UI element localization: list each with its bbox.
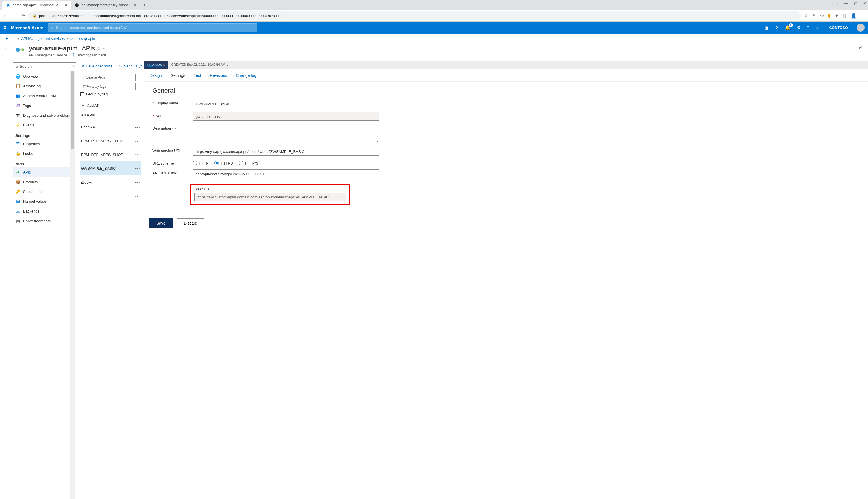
more-icon[interactable]: ••• [135, 194, 140, 198]
feedback-icon[interactable]: ☺ [816, 25, 820, 30]
filter-icon[interactable]: ⚱ [775, 25, 779, 30]
tab-test[interactable]: Test [193, 71, 202, 82]
api-item[interactable]: EPM_REF_APPS_SHOP••• [80, 148, 141, 161]
sidebar-item-overview[interactable]: 🌐Overview [13, 71, 75, 81]
browser-tab-inactive[interactable]: api-management-policy-snippet ✕ [71, 1, 140, 10]
cloud-shell-icon[interactable]: ▣ [765, 25, 769, 30]
api-item-selected[interactable]: GWSAMPLE_BASIC••• [80, 161, 141, 175]
more-icon[interactable]: ••• [135, 180, 140, 184]
puzzle-icon[interactable]: ✦ [835, 13, 839, 19]
favorite-icon[interactable]: ☆ [97, 46, 101, 51]
expand-icon[interactable]: » [4, 46, 6, 50]
sidebar-item-backends[interactable]: ☁Backends [13, 206, 75, 216]
apim-service-icon [14, 45, 25, 55]
sidebar-search[interactable]: ⌕ Search [13, 62, 76, 70]
sidebar-item-label: Named values [23, 199, 47, 204]
info-icon[interactable]: ⓘ [172, 126, 176, 131]
sidebar-item-products[interactable]: 📦Products [13, 177, 75, 187]
api-item[interactable]: ••• [80, 189, 141, 203]
profile-icon[interactable]: 👤 [851, 13, 857, 19]
description-input[interactable] [193, 125, 379, 143]
sidebar-item-events[interactable]: ⚡Events [13, 120, 75, 130]
close-tab-icon[interactable]: ✕ [64, 3, 68, 8]
more-icon[interactable]: ⋮ [860, 13, 865, 19]
feedback-link[interactable]: ☺Send us your feedback [118, 64, 162, 68]
more-icon[interactable]: ••• [135, 125, 140, 129]
sidebar-item-activity-log[interactable]: 📋Activity log [13, 81, 75, 91]
toolbar-label: Developer portal [86, 64, 113, 68]
scrollbar-track[interactable] [70, 71, 75, 499]
more-icon[interactable]: ••• [135, 166, 140, 171]
share-icon[interactable]: ⇪ [812, 13, 816, 19]
browser-tab-active[interactable]: demo-sap-apim - Microsoft Azu ✕ [2, 1, 71, 10]
breadcrumb-service[interactable]: API Management services [21, 36, 65, 41]
api-item[interactable]: iDoc-xml••• [80, 175, 141, 189]
sidebar-item-apis[interactable]: ➜APIs [13, 167, 75, 177]
web-service-url-input[interactable] [193, 147, 379, 156]
close-tab-icon[interactable]: ✕ [133, 3, 136, 8]
sidepanel-icon[interactable]: ▥ [843, 13, 847, 19]
minimize-icon[interactable]: — [844, 1, 848, 5]
sidebar-item-properties[interactable]: ☲Properties [13, 139, 75, 148]
box-icon: 📦 [15, 180, 20, 184]
tab-design[interactable]: Design [149, 71, 163, 82]
sidebar-item-label: Products [23, 180, 38, 184]
more-icon[interactable]: ••• [135, 139, 140, 143]
tenant-label[interactable]: CONTOSO [829, 25, 848, 30]
hamburger-icon[interactable]: ≡ [3, 25, 7, 31]
avatar[interactable] [857, 24, 865, 32]
sidebar-item-named-values[interactable]: ▦Named values [13, 196, 75, 206]
tab-change-log[interactable]: Change log [235, 71, 257, 82]
sidebar-item-tags[interactable]: 🏷Tags [13, 101, 75, 110]
external-link-icon: ↗ [81, 64, 84, 68]
scrollbar-thumb[interactable] [71, 71, 74, 149]
display-name-input[interactable] [193, 99, 379, 108]
address-bar[interactable]: 🔒 portal.azure.com/?feature.customportal… [28, 11, 801, 20]
radio-http[interactable]: HTTP [193, 161, 209, 166]
back-icon[interactable]: ← [3, 13, 8, 19]
collapse-icon[interactable]: « [73, 63, 75, 68]
required-icon: * [152, 113, 154, 118]
developer-portal-link[interactable]: ↗Developer portal [81, 64, 113, 68]
sidebar-item-diagnose[interactable]: 🛠Diagnose and solve problems [13, 110, 75, 120]
close-window-icon[interactable]: ✕ [863, 1, 866, 5]
azure-search[interactable]: ⌕ Search resources, services, and docs (… [48, 23, 258, 32]
settings-icon[interactable]: ⚙ [797, 25, 800, 30]
chevron-down-icon[interactable]: ⌄ [835, 1, 839, 5]
address-bar-row: ← → ⟳ 🔒 portal.azure.com/?feature.custom… [0, 10, 868, 21]
more-icon[interactable]: ••• [135, 153, 140, 157]
api-filter-input[interactable]: ▽Filter by tags [80, 83, 136, 90]
help-icon[interactable]: ? [807, 25, 809, 30]
maximize-icon[interactable]: ▢ [854, 1, 857, 5]
install-icon[interactable]: ⇩ [804, 13, 808, 19]
api-item[interactable]: Echo API••• [80, 120, 141, 134]
new-tab-button[interactable]: + [140, 2, 149, 8]
tab-settings[interactable]: Settings [170, 71, 186, 82]
all-apis-heading[interactable]: All APIs [80, 110, 141, 120]
radio-https-both[interactable]: HTTP(S) [239, 161, 260, 166]
bookmark-icon[interactable]: ☆ [820, 13, 824, 19]
radio-https[interactable]: HTTPS [214, 161, 233, 166]
sidebar-item-subscriptions[interactable]: 🔑Subscriptions [13, 187, 75, 196]
discard-button[interactable]: Discard [177, 218, 204, 228]
more-actions-icon[interactable]: ⋯ [103, 47, 107, 51]
forward-icon[interactable]: → [12, 13, 17, 19]
azure-brand[interactable]: Microsoft Azure [11, 25, 44, 30]
api-url-suffix-input[interactable] [193, 170, 379, 178]
breadcrumb-home[interactable]: Home [6, 36, 16, 41]
api-search-input[interactable]: ⌕Search APIs [80, 74, 136, 81]
save-button[interactable]: Save [149, 218, 173, 228]
sidebar-item-policy-fragments[interactable]: ▤Policy fragments [13, 216, 75, 226]
extension-icon[interactable]: ⬮ [828, 13, 831, 19]
tab-revisions[interactable]: Revisions [209, 71, 228, 82]
notifications-icon[interactable]: 🔔 [785, 25, 790, 30]
reload-icon[interactable]: ⟳ [21, 13, 25, 19]
sidebar-item-iam[interactable]: 👥Access control (IAM) [13, 91, 75, 101]
revision-meta[interactable]: CREATED Sep 22, 2021, 10:49:54 AM ⌄ [168, 63, 231, 66]
add-api-button[interactable]: ＋Add API [80, 100, 141, 110]
close-blade-icon[interactable]: ✕ [858, 45, 862, 51]
breadcrumb-resource[interactable]: demo-sap-apim [70, 36, 96, 41]
group-by-tag-checkbox[interactable]: Group by tag [80, 92, 141, 96]
sidebar-item-locks[interactable]: 🔒Locks [13, 148, 75, 158]
api-item[interactable]: EPM_REF_APPS_PO_A...••• [80, 134, 141, 148]
